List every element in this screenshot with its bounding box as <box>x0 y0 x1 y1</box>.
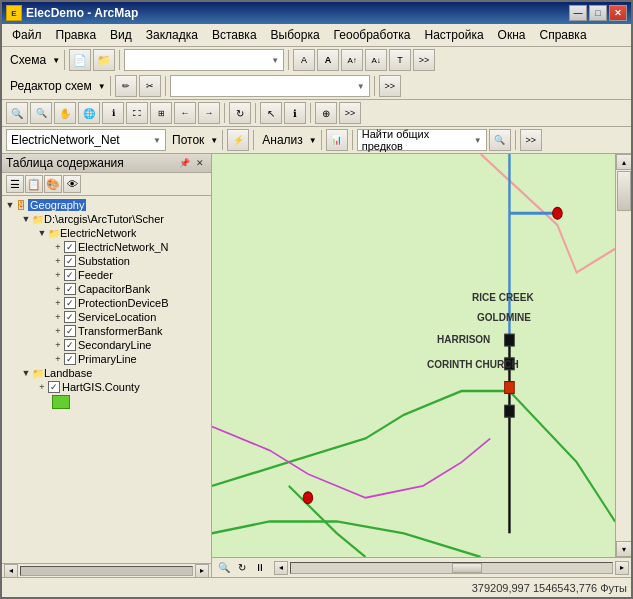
find-icon[interactable]: 🔍 <box>489 129 511 151</box>
menu-geoprocessing[interactable]: Геообработка <box>328 26 417 44</box>
menu-bookmark[interactable]: Закладка <box>140 26 204 44</box>
edit-icon[interactable]: ✏ <box>115 75 137 97</box>
find-dropdown[interactable]: Найти общих предков ▼ <box>357 129 487 151</box>
hartgis-checkbox[interactable] <box>48 381 60 393</box>
toc-layer-8[interactable]: + PrimaryLine <box>4 352 209 366</box>
toc-layer-7[interactable]: + SecondaryLine <box>4 338 209 352</box>
network-dropdown[interactable]: ElectricNetwork_Net ▼ <box>6 129 166 151</box>
editor-dropdown-arrow: ▼ <box>98 82 106 91</box>
toc-panel: Таблица содержания 📌 ✕ ☰ 📋 🎨 👁 ▼ 🗄 Geogr… <box>2 154 212 577</box>
toc-scroll-left[interactable]: ◂ <box>4 564 18 578</box>
layer-2-checkbox[interactable] <box>64 269 76 281</box>
scroll-right-button[interactable]: ▸ <box>615 561 629 575</box>
zoom-in-icon[interactable]: 🔍 <box>6 102 28 124</box>
schema-dropdown[interactable]: ▼ <box>124 49 284 71</box>
scroll-down-button[interactable]: ▾ <box>616 541 631 557</box>
map-scrollbar-v[interactable]: ▴ ▾ <box>615 154 631 557</box>
toc-dock-button[interactable]: 📌 <box>177 156 191 170</box>
menu-windows[interactable]: Окна <box>492 26 532 44</box>
menu-help[interactable]: Справка <box>533 26 592 44</box>
toc-scrollbar-h[interactable]: ◂ ▸ <box>2 563 211 577</box>
extent-full-icon[interactable]: ⛶ <box>126 102 148 124</box>
toc-list-icon[interactable]: ☰ <box>6 175 24 193</box>
identify-icon[interactable]: ℹ <box>102 102 124 124</box>
toc-content[interactable]: ▼ 🗄 Geography ▼ 📁 D:\arcgis\ArcTutor\Sch… <box>2 196 211 563</box>
more-icon[interactable]: >> <box>413 49 435 71</box>
toc-network-item[interactable]: ▼ 📁 ElectricNetwork <box>4 226 209 240</box>
refresh-icon[interactable]: ↻ <box>229 102 251 124</box>
map-area[interactable]: RICE CREEK GOLDMINE HARRISON CORINTH CHU… <box>212 154 615 557</box>
map-scrollbar-h[interactable]: ◂ ▸ <box>272 561 631 575</box>
text-icon[interactable]: T <box>389 49 411 71</box>
toc-scroll-right[interactable]: ▸ <box>195 564 209 578</box>
menu-select[interactable]: Выборка <box>265 26 326 44</box>
analysis-icon[interactable]: 📊 <box>326 129 348 151</box>
layer-7-checkbox[interactable] <box>64 339 76 351</box>
edit-dropdown[interactable]: ▼ <box>170 75 370 97</box>
layer-6-checkbox[interactable] <box>64 325 76 337</box>
menu-view[interactable]: Вид <box>104 26 138 44</box>
toc-path-item[interactable]: ▼ 📁 D:\arcgis\ArcTutor\Scher <box>4 212 209 226</box>
menu-settings[interactable]: Настройка <box>419 26 490 44</box>
toc-sources-icon[interactable]: 📋 <box>25 175 43 193</box>
toc-geography-label: Geography <box>28 199 86 211</box>
info-icon[interactable]: ℹ <box>284 102 306 124</box>
maximize-button[interactable]: □ <box>589 5 607 21</box>
pan-icon[interactable]: ✋ <box>54 102 76 124</box>
more2-icon[interactable]: >> <box>379 75 401 97</box>
layer-4-label: ProtectionDeviceB <box>78 297 169 309</box>
toc-layer-6[interactable]: + TransformerBank <box>4 324 209 338</box>
toc-layer-1[interactable]: + Substation <box>4 254 209 268</box>
layer-8-label: PrimaryLine <box>78 353 137 365</box>
zoom-out-icon[interactable]: 🔍 <box>30 102 52 124</box>
layer-5-checkbox[interactable] <box>64 311 76 323</box>
toc-layer-2[interactable]: + Feeder <box>4 268 209 282</box>
font-icon[interactable]: A <box>293 49 315 71</box>
toc-landbase-item[interactable]: ▼ 📁 Landbase <box>4 366 209 380</box>
close-button[interactable]: ✕ <box>609 5 627 21</box>
menu-edit[interactable]: Правка <box>50 26 103 44</box>
folder-icon: 📁 <box>32 214 44 225</box>
toc-close-button[interactable]: ✕ <box>193 156 207 170</box>
layer-8-checkbox[interactable] <box>64 353 76 365</box>
edit2-icon[interactable]: ✂ <box>139 75 161 97</box>
toc-vis-icon[interactable]: 👁 <box>63 175 81 193</box>
zoom-icon2[interactable]: ⊕ <box>315 102 337 124</box>
layer-4-checkbox[interactable] <box>64 297 76 309</box>
toc-layer-3[interactable]: + CapacitorBank <box>4 282 209 296</box>
bottom-refresh-icon[interactable]: ↻ <box>234 560 250 576</box>
font-size-up-icon[interactable]: A↑ <box>341 49 363 71</box>
select-icon[interactable]: ↖ <box>260 102 282 124</box>
minimize-button[interactable]: — <box>569 5 587 21</box>
layer-1-checkbox[interactable] <box>64 255 76 267</box>
more4-icon[interactable]: >> <box>520 129 542 151</box>
toc-hartgis-label: HartGIS.County <box>62 381 140 393</box>
toc-root[interactable]: ▼ 🗄 Geography <box>4 198 209 212</box>
toc-hartgis-item[interactable]: + HartGIS.County <box>4 380 209 394</box>
scroll-up-button[interactable]: ▴ <box>616 154 631 170</box>
scroll-left-button[interactable]: ◂ <box>274 561 288 575</box>
menu-insert[interactable]: Вставка <box>206 26 263 44</box>
open-icon[interactable]: 📁 <box>93 49 115 71</box>
new-schema-icon[interactable]: 📄 <box>69 49 91 71</box>
bottom-zoom-icon[interactable]: 🔍 <box>216 560 232 576</box>
back-extent-icon[interactable]: ← <box>174 102 196 124</box>
menu-file[interactable]: Файл <box>6 26 48 44</box>
toc-layer-4[interactable]: + ProtectionDeviceB <box>4 296 209 310</box>
globe-icon[interactable]: 🌐 <box>78 102 100 124</box>
scroll-thumb[interactable] <box>617 171 631 211</box>
title-bar: E ElecDemo - ArcMap — □ ✕ <box>2 2 631 24</box>
layer-0-checkbox[interactable] <box>64 241 76 253</box>
font-size-down-icon[interactable]: A↓ <box>365 49 387 71</box>
more3-icon[interactable]: >> <box>339 102 361 124</box>
extent-sel-icon[interactable]: ⊞ <box>150 102 172 124</box>
flow-icon[interactable]: ⚡ <box>227 129 249 151</box>
bottom-pause-icon[interactable]: ⏸ <box>252 560 268 576</box>
toc-draw-icon[interactable]: 🎨 <box>44 175 62 193</box>
toc-layer-5[interactable]: + ServiceLocation <box>4 310 209 324</box>
font-bold-icon[interactable]: A <box>317 49 339 71</box>
layer-3-checkbox[interactable] <box>64 283 76 295</box>
toc-layer-0[interactable]: + ElectricNetwork_N <box>4 240 209 254</box>
forward-extent-icon[interactable]: → <box>198 102 220 124</box>
h-scroll-thumb[interactable] <box>452 563 482 573</box>
